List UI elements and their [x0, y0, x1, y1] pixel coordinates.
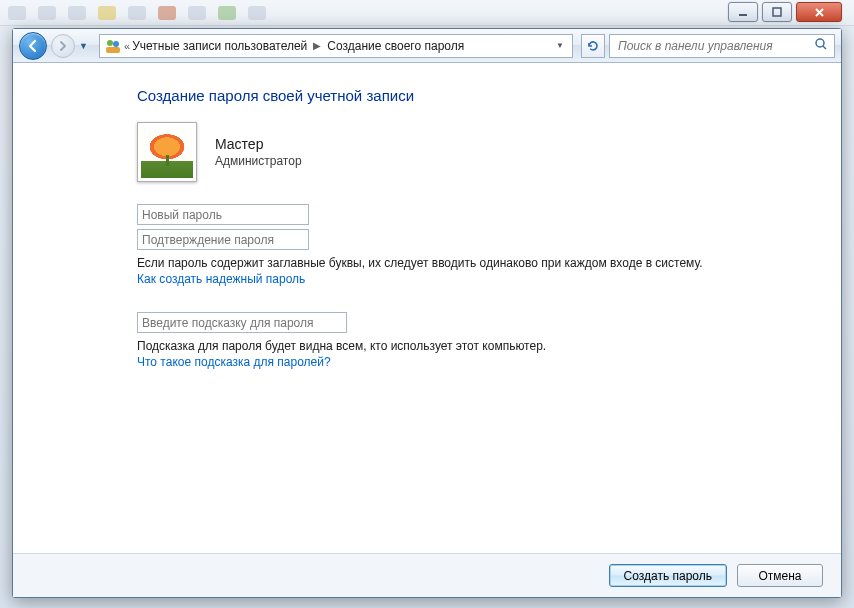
nav-back-button[interactable]: [19, 32, 47, 60]
create-password-button[interactable]: Создать пароль: [609, 564, 727, 587]
search-input[interactable]: [616, 38, 814, 54]
navigation-toolbar: ▼ « Учетные записи пользователей ▶ Созда…: [13, 29, 841, 63]
svg-line-6: [823, 46, 826, 49]
what-is-hint-link[interactable]: Что такое подсказка для паролей?: [137, 355, 331, 369]
arrow-left-icon: [26, 39, 40, 53]
minimize-button[interactable]: [728, 2, 758, 22]
close-button[interactable]: [796, 2, 842, 22]
search-icon[interactable]: [814, 37, 828, 54]
hint-visibility-note: Подсказка для пароля будет видна всем, к…: [137, 339, 817, 353]
svg-point-5: [816, 39, 824, 47]
minimize-icon: [738, 7, 748, 17]
arrow-right-icon: [57, 40, 69, 52]
confirm-password-input[interactable]: [137, 229, 309, 250]
cancel-button[interactable]: Отмена: [737, 564, 823, 587]
refresh-icon: [586, 39, 600, 53]
user-avatar: [137, 122, 197, 182]
svg-rect-1: [773, 8, 781, 16]
new-password-input[interactable]: [137, 204, 309, 225]
user-accounts-icon: [104, 37, 122, 55]
svg-rect-0: [739, 14, 747, 16]
user-role-label: Администратор: [215, 154, 302, 168]
nav-forward-button[interactable]: [51, 34, 75, 58]
caps-lock-note: Если пароль содержит заглавные буквы, их…: [137, 256, 817, 270]
dialog-footer: Создать пароль Отмена: [13, 553, 841, 597]
maximize-icon: [772, 7, 782, 17]
breadcrumb-dropdown-icon[interactable]: ▼: [552, 41, 568, 50]
breadcrumb-segment-1[interactable]: Учетные записи пользователей: [132, 39, 307, 53]
user-info-row: Мастер Администратор: [137, 122, 817, 182]
close-icon: [814, 7, 825, 18]
svg-rect-4: [106, 47, 120, 53]
page-heading: Создание пароля своей учетной записи: [137, 87, 817, 104]
search-box[interactable]: [609, 34, 835, 58]
password-hint-input[interactable]: [137, 312, 347, 333]
strong-password-link[interactable]: Как создать надежный пароль: [137, 272, 305, 286]
window-caption-buttons: [724, 2, 842, 22]
page-content: Создание пароля своей учетной записи Мас…: [13, 63, 841, 553]
breadcrumb-chevron-left-icon: «: [124, 40, 130, 52]
flower-icon: [141, 126, 193, 178]
nav-history-dropdown[interactable]: ▼: [79, 41, 91, 51]
refresh-button[interactable]: [581, 34, 605, 58]
breadcrumb-separator-icon: ▶: [313, 40, 321, 51]
svg-point-3: [113, 41, 119, 47]
breadcrumb-bar[interactable]: « Учетные записи пользователей ▶ Создани…: [99, 34, 573, 58]
control-panel-window: ▼ « Учетные записи пользователей ▶ Созда…: [12, 28, 842, 598]
maximize-button[interactable]: [762, 2, 792, 22]
svg-point-2: [107, 40, 113, 46]
breadcrumb-segment-2[interactable]: Создание своего пароля: [327, 39, 464, 53]
user-name-label: Мастер: [215, 136, 302, 152]
